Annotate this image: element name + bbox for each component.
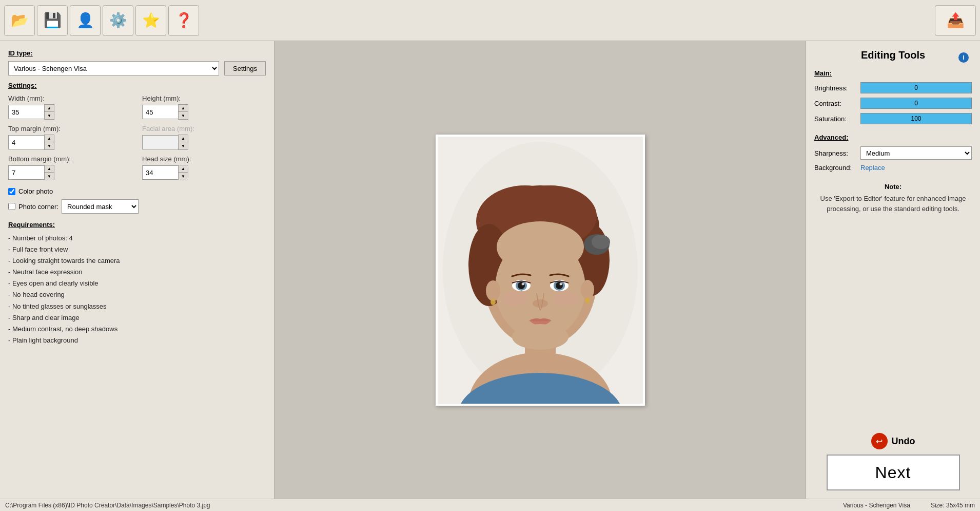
help-button[interactable]: ❓ [168,5,199,36]
top-margin-input[interactable] [8,135,44,149]
user-button[interactable]: 👤 [70,5,101,36]
head-size-up-btn[interactable]: ▲ [179,165,188,173]
status-bar: C:\Program Files (x86)\ID Photo Creator\… [0,499,980,511]
contrast-row: Contrast: 0 [814,98,972,109]
width-down-btn[interactable]: ▼ [45,112,54,119]
photo-corner-checkbox[interactable] [8,203,15,210]
bottom-margin-spinner: ▲ ▼ [8,165,132,180]
width-input[interactable] [8,105,44,119]
svg-point-26 [486,280,500,301]
svg-point-12 [592,235,610,249]
settings-toolbar-button[interactable]: ⚙️ [103,5,133,36]
status-size: Size: 35x45 mm [931,502,975,509]
main-content: ID type: Various - Schengen Visa Setting… [0,41,980,499]
facial-area-down-btn[interactable]: ▼ [179,142,188,149]
height-input[interactable] [142,105,178,119]
settings-button[interactable]: Settings [224,61,266,75]
tools-header: Editing Tools i [814,49,972,69]
svg-point-16 [553,291,579,306]
background-label: Background: [814,164,860,172]
id-type-label: ID type: [8,49,266,57]
next-button[interactable]: Next [827,455,960,490]
editing-tools-title: Editing Tools [814,49,972,61]
height-label: Height (mm): [142,94,266,102]
width-field: Width (mm): ▲ ▼ [8,94,132,120]
list-item: - Plain light background [8,335,266,346]
top-margin-up-btn[interactable]: ▲ [45,135,54,142]
saturation-row: Saturation: 100 [814,113,972,124]
facial-area-spinner-btns: ▲ ▼ [178,135,188,150]
settings-section-label: Settings: [8,82,266,89]
svg-point-25 [533,299,548,308]
requirements-list: - Number of photos: 4 - Full face front … [8,233,266,346]
height-up-btn[interactable]: ▲ [179,105,188,112]
list-item: - Looking straight towards the camera [8,255,266,267]
svg-point-19 [518,282,525,289]
svg-point-27 [491,299,496,305]
bottom-margin-spinner-btns: ▲ ▼ [44,165,54,180]
brightness-label: Brightness: [814,84,860,92]
main-section-label: Main: [814,69,972,77]
photo-corner-select[interactable]: Rounded mask Square Oval [62,199,139,214]
portrait [438,137,643,404]
saturation-label: Saturation: [814,115,860,123]
info-icon-text: i [963,54,964,61]
list-item: - Number of photos: 4 [8,233,266,244]
list-item: - Neutral face expression [8,267,266,278]
contrast-label: Contrast: [814,100,860,107]
replace-link[interactable]: Replace [860,164,885,172]
top-margin-spinner-btns: ▲ ▼ [44,135,54,150]
bottom-margin-label: Bottom margin (mm): [8,155,132,163]
facial-area-input[interactable] [142,135,178,149]
export-icon: 📤 [947,12,965,29]
svg-point-30 [512,324,569,350]
facial-area-up-btn[interactable]: ▲ [179,135,188,142]
save-button[interactable]: 💾 [37,5,68,36]
svg-point-24 [559,282,562,285]
requirements-label: Requirements: [8,221,266,229]
saturation-slider[interactable]: 100 [860,113,972,124]
head-size-spinner-btns: ▲ ▼ [178,165,188,180]
height-down-btn[interactable]: ▼ [179,112,188,119]
head-size-input[interactable] [142,165,178,180]
head-size-field: Head size (mm): ▲ ▼ [142,155,266,180]
note-section: Note: Use 'Export to Editor' feature for… [814,183,972,214]
list-item: - Sharp and clear image [8,312,266,324]
list-item: - Eyes open and clearly visible [8,278,266,289]
note-text: Use 'Export to Editor' feature for enhan… [814,194,972,214]
id-type-select[interactable]: Various - Schengen Visa [8,61,219,75]
bottom-margin-up-btn[interactable]: ▲ [45,165,54,173]
color-photo-checkbox[interactable] [8,188,15,195]
export-button[interactable]: 📤 [935,5,976,36]
contrast-value: 0 [914,100,918,107]
svg-point-29 [585,297,590,304]
status-path: C:\Program Files (x86)\ID Photo Creator\… [5,502,833,509]
head-size-down-btn[interactable]: ▼ [179,173,188,180]
facial-area-label: Facial area (mm): [142,125,266,133]
bottom-margin-down-btn[interactable]: ▼ [45,173,54,180]
open-button[interactable]: 📂 [4,5,35,36]
photo-container [436,135,645,406]
svg-point-20 [521,282,524,285]
brightness-slider[interactable]: 0 [860,82,972,93]
right-panel: Editing Tools i Main: Brightness: 0 Cont… [806,41,980,499]
info-icon[interactable]: i [958,52,969,63]
width-spinner-btns: ▲ ▼ [44,104,54,120]
sharpness-row: Sharpness: Low Medium High [814,146,972,160]
facial-area-field: Facial area (mm): ▲ ▼ [142,125,266,150]
photo-corner-row: Photo corner: Rounded mask Square Oval [8,199,266,214]
bookmark-button[interactable]: ⭐ [135,5,166,36]
contrast-slider[interactable]: 0 [860,98,972,109]
photo-corner-label: Photo corner: [18,203,58,211]
bottom-margin-input[interactable] [8,165,44,180]
advanced-section: Advanced: Sharpness: Low Medium High Bac… [814,134,972,176]
note-title: Note: [814,183,972,191]
sharpness-select[interactable]: Low Medium High [860,146,972,160]
undo-row[interactable]: ↩ Undo [871,433,915,449]
sharpness-label: Sharpness: [814,149,860,157]
top-margin-down-btn[interactable]: ▼ [45,142,54,149]
width-up-btn[interactable]: ▲ [45,105,54,112]
id-type-row: Various - Schengen Visa Settings [8,61,266,75]
portrait-svg [438,137,643,404]
top-margin-label: Top margin (mm): [8,125,132,133]
